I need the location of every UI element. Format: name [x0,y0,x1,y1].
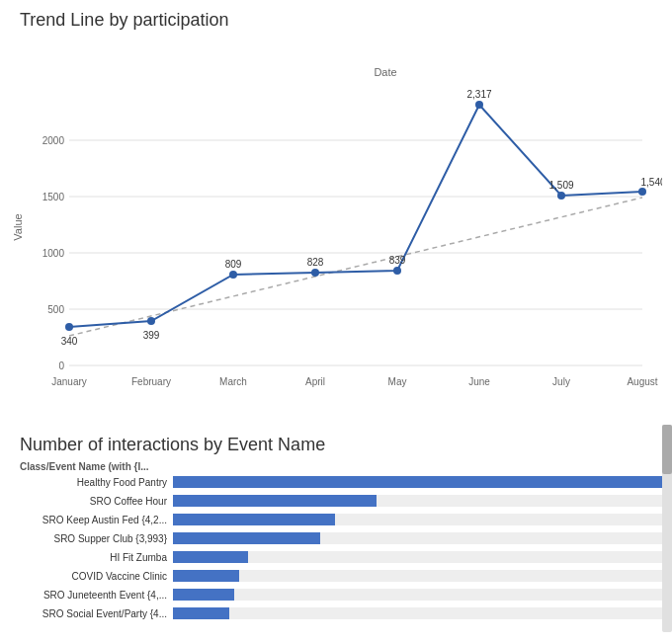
svg-text:February: February [131,376,171,387]
scrollbar-thumb[interactable] [662,425,672,474]
data-point-aug [638,188,646,196]
svg-text:April: April [305,376,325,387]
svg-text:0: 0 [58,361,64,371]
main-container: Trend Line by participation Value Date [0,0,672,643]
trend-chart-section: Trend Line by participation Value Date [10,10,662,435]
bar-rows: Healthy Food PantrySRO Coffee HourSRO Ke… [20,474,662,624]
trend-line [69,105,642,327]
svg-text:March: March [219,376,247,387]
svg-line-18 [69,198,642,336]
bar-track [173,570,662,582]
bar-fill [173,607,229,619]
y-axis-label: Value [12,213,24,240]
bar-row: SRO Juneteenth Event {4,... [20,587,662,603]
bar-track [173,551,662,563]
bar-column-header: Class/Event Name (with {I... [20,461,662,472]
bar-fill [173,551,248,563]
bar-row: HI Fit Zumba [20,549,662,565]
x-axis-label: Date [374,66,396,78]
svg-text:June: June [468,376,490,387]
svg-text:2000: 2000 [42,135,65,146]
trend-chart-svg: Value Date 0 500 [10,35,662,420]
bar-row: SRO Social Event/Party {4... [20,605,662,621]
bar-chart-container: Class/Event Name (with {I... Healthy Foo… [10,461,662,624]
scrollbar[interactable] [662,425,672,632]
svg-text:500: 500 [47,304,64,315]
data-point-feb [147,317,155,325]
data-point-jul [557,192,565,200]
bar-label: HI Fit Zumba [20,552,173,563]
label-jun: 2,317 [466,89,491,100]
label-may: 839 [389,255,406,266]
svg-text:1500: 1500 [42,192,65,202]
data-point-jun [475,101,483,109]
bar-label: Healthy Food Pantry [20,477,173,488]
bar-track [173,495,662,507]
bar-chart-title: Number of interactions by Event Name [20,435,662,455]
bar-track [173,589,662,601]
label-mar: 809 [225,259,242,270]
bar-fill [173,495,377,507]
bar-row: SRO Keep Austin Fed {4,2... [20,512,662,527]
bar-fill [173,476,662,488]
trend-chart-area: Value Date 0 500 [10,35,662,420]
bar-label: SRO Juneteenth Event {4,... [20,590,173,601]
bar-label: SRO Social Event/Party {4... [20,608,173,619]
bar-track [173,514,662,525]
data-point-jan [65,323,73,331]
bar-chart-section: Number of interactions by Event Name Cla… [10,435,662,643]
label-feb: 399 [143,330,160,341]
bar-fill [173,532,320,544]
bar-row: Healthy Food Pantry [20,474,662,490]
svg-text:August: August [627,376,657,387]
svg-text:July: July [552,376,570,387]
label-apr: 828 [307,257,324,268]
bar-fill [173,570,239,582]
data-point-mar [229,271,237,279]
svg-text:May: May [388,376,407,387]
svg-text:January: January [51,376,87,387]
label-aug: 1,540 [640,177,662,188]
bar-row: SRO Supper Club {3,993} [20,530,662,546]
label-jul: 1,509 [548,180,573,191]
bar-row: COVID Vaccine Clinic [20,568,662,584]
bar-label: SRO Coffee Hour [20,496,173,507]
data-point-may [393,267,401,275]
bar-row: SRO Coffee Hour [20,493,662,509]
data-point-apr [311,269,319,277]
bar-fill [173,589,234,601]
bar-track [173,607,662,619]
bar-track [173,476,662,488]
trend-chart-title: Trend Line by participation [20,10,662,31]
bar-label: COVID Vaccine Clinic [20,571,173,582]
bar-track [173,532,662,544]
svg-text:1000: 1000 [42,248,65,259]
bar-fill [173,514,335,525]
bar-label: SRO Supper Club {3,993} [20,533,173,544]
label-jan: 340 [61,336,78,347]
bar-label: SRO Keep Austin Fed {4,2... [20,515,173,525]
